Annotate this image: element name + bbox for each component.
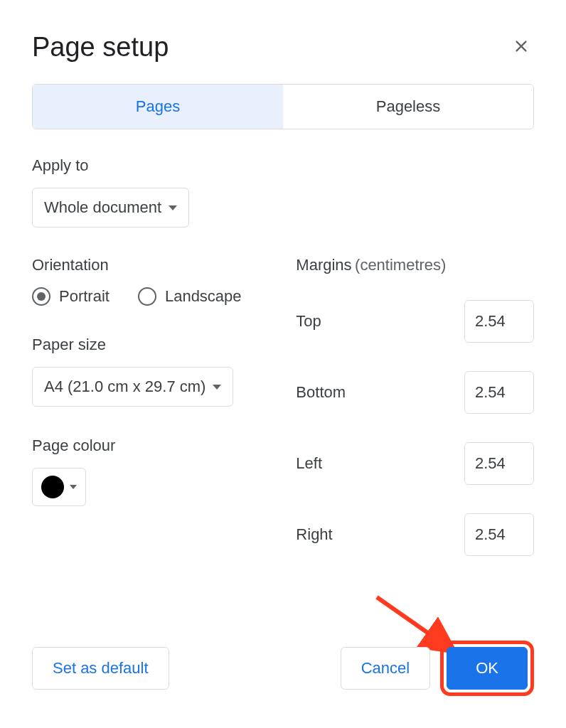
margin-left-label: Left bbox=[296, 454, 322, 473]
close-button[interactable] bbox=[508, 35, 534, 60]
radio-landscape[interactable]: Landscape bbox=[138, 287, 242, 306]
svg-line-3 bbox=[377, 597, 448, 647]
margin-left-input[interactable] bbox=[464, 442, 534, 485]
chevron-down-icon bbox=[213, 385, 221, 390]
paper-size-dropdown[interactable]: A4 (21.0 cm x 29.7 cm) bbox=[32, 367, 233, 407]
tab-pageless[interactable]: Pageless bbox=[283, 85, 533, 129]
page-colour-label: Page colour bbox=[32, 437, 282, 455]
margin-bottom-label: Bottom bbox=[296, 383, 346, 402]
radio-icon bbox=[138, 287, 156, 306]
apply-to-label: Apply to bbox=[32, 156, 534, 175]
set-as-default-button[interactable]: Set as default bbox=[32, 647, 169, 690]
radio-portrait-label: Portrait bbox=[59, 287, 110, 306]
close-icon bbox=[513, 36, 529, 59]
margin-top-label: Top bbox=[296, 312, 321, 331]
margin-right-input[interactable] bbox=[464, 513, 534, 556]
cancel-button[interactable]: Cancel bbox=[341, 647, 430, 690]
chevron-down-icon bbox=[70, 485, 77, 489]
margin-right-label: Right bbox=[296, 525, 332, 544]
ok-button[interactable]: OK bbox=[447, 647, 528, 690]
tab-group: Pages Pageless bbox=[32, 84, 534, 129]
radio-portrait[interactable]: Portrait bbox=[32, 287, 110, 306]
margins-label: Margins bbox=[296, 256, 351, 274]
radio-landscape-label: Landscape bbox=[165, 287, 242, 306]
margins-unit: (centimetres) bbox=[355, 256, 446, 274]
apply-to-dropdown[interactable]: Whole document bbox=[32, 188, 189, 228]
radio-icon bbox=[32, 287, 50, 306]
paper-size-value: A4 (21.0 cm x 29.7 cm) bbox=[44, 378, 205, 396]
margin-top-input[interactable] bbox=[464, 300, 534, 343]
tab-pages[interactable]: Pages bbox=[33, 85, 283, 129]
paper-size-label: Paper size bbox=[32, 336, 282, 354]
orientation-label: Orientation bbox=[32, 256, 282, 274]
page-colour-dropdown[interactable] bbox=[32, 468, 86, 506]
margin-bottom-input[interactable] bbox=[464, 371, 534, 414]
apply-to-value: Whole document bbox=[44, 198, 161, 217]
chevron-down-icon bbox=[169, 205, 177, 210]
ok-highlight-annotation: OK bbox=[440, 641, 534, 696]
colour-swatch-icon bbox=[41, 476, 64, 498]
dialog-title: Page setup bbox=[32, 32, 169, 63]
